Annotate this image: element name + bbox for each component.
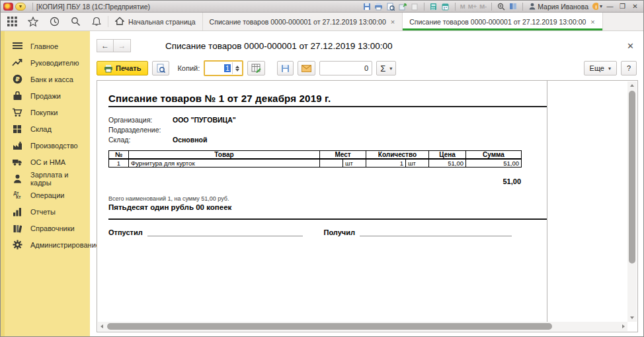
divider	[455, 3, 456, 11]
back-button[interactable]: ←	[97, 39, 114, 52]
bottom-rule	[108, 218, 547, 220]
cell-qty-unit: шт	[406, 159, 429, 168]
user-name: Мария Иванова	[538, 3, 588, 11]
send-icon[interactable]	[397, 2, 408, 11]
form-close-icon[interactable]: ✕	[624, 41, 637, 51]
copies-spin-buttons[interactable]	[232, 62, 241, 74]
split-view-icon[interactable]	[508, 2, 518, 11]
tab-document-1[interactable]: Списание товаров 0000-000001 от 27.12.20…	[203, 13, 403, 30]
sidebar-item-manager[interactable]: Руководителю	[1, 54, 90, 71]
main-menu-button[interactable]: ▼	[15, 3, 26, 11]
print-preview-icon[interactable]	[385, 2, 396, 11]
sidebar-item-warehouse[interactable]: Склад	[1, 120, 90, 137]
sidebar-item-operations[interactable]: Дт Кт Операции	[1, 187, 90, 203]
sidebar-item-purchases[interactable]: Покупки	[1, 104, 90, 120]
horizontal-scrollbar-thumb[interactable]	[107, 323, 552, 330]
chevron-down-icon: ▾	[389, 66, 392, 72]
sections-panel: Главное Руководителю ₽ Банк и касса Прод…	[1, 31, 90, 336]
cell-price: 51,00	[429, 159, 466, 168]
email-button[interactable]	[298, 61, 315, 75]
cell-item: Фурнитура для курток	[129, 159, 320, 168]
services-menu-icon[interactable]	[6, 16, 18, 28]
copies-spinner[interactable]: 1	[204, 60, 243, 76]
divider	[32, 3, 33, 11]
info-icon[interactable]: i▾	[592, 2, 602, 11]
sidebar-item-catalogs[interactable]: Справочники	[1, 220, 90, 236]
scroll-down-icon[interactable]	[630, 316, 634, 319]
department-label: Подразделение:	[108, 126, 173, 134]
print-icon[interactable]	[374, 2, 384, 11]
sigma-icon: Σ	[380, 64, 385, 73]
spin-down-icon[interactable]	[235, 69, 239, 72]
notifications-icon[interactable]	[91, 16, 102, 28]
print-preview-area: Списание товаров № 1 от 27 декабря 2019 …	[97, 80, 638, 332]
col-places: Мест	[320, 151, 366, 160]
sidebar-item-production[interactable]: Производство	[1, 137, 90, 154]
document-page: Списание товаров № 1 от 27 декабря 2019 …	[97, 81, 627, 322]
col-quantity: Количество	[366, 151, 429, 160]
home-icon	[115, 17, 124, 27]
minimize-button[interactable]: —	[604, 2, 616, 11]
sidebar-item-payroll-hr[interactable]: Зарплата и кадры	[1, 170, 90, 187]
save-icon[interactable]	[362, 2, 372, 11]
form-header: ← → Списание товаров 0000-000001 от 27.1…	[90, 31, 643, 58]
vertical-scrollbar-thumb[interactable]	[629, 91, 635, 264]
zoom-icon[interactable]	[496, 2, 506, 11]
sidebar-item-reports[interactable]: Отчеты	[1, 203, 90, 220]
spin-up-icon[interactable]	[235, 66, 239, 68]
envelope-icon	[302, 65, 311, 72]
preview-button[interactable]	[152, 61, 169, 75]
sidebar-item-label: Банк и касса	[30, 75, 73, 83]
sidebar-item-fixed-assets[interactable]: ОС и НМА	[1, 154, 90, 170]
cell-sum: 51,00	[466, 159, 522, 168]
sigma-button[interactable]: Σ▾	[376, 61, 396, 75]
horizontal-scrollbar[interactable]	[98, 322, 627, 331]
goods-table-header-row: № Товар Мест Количество Цена Сумма	[109, 151, 522, 160]
app-window: ▼ [КОПИЯ] ПБУ 18 (1С:Предприятие) M M+ M…	[0, 0, 644, 337]
table-edit-icon	[251, 64, 261, 73]
document-fields: Организация:ООО "ПУГОВИЦА" Подразделение…	[108, 115, 627, 144]
more-button[interactable]: Еще▾	[584, 61, 617, 75]
window-title: [КОПИЯ] ПБУ 18 (1С:Предприятие)	[36, 3, 150, 11]
search-icon[interactable]	[69, 16, 81, 28]
more-button-label: Еще	[590, 64, 604, 72]
help-button[interactable]: ?	[621, 61, 637, 75]
restore-button[interactable]: ❐	[617, 2, 628, 11]
calculator-icon[interactable]	[428, 2, 439, 11]
sidebar-item-bank-cash[interactable]: ₽ Банк и касса	[1, 71, 90, 87]
tab-document-2-active[interactable]: Списание товаров 0000-000001 от 27.12.20…	[403, 13, 603, 30]
tab-home[interactable]: Начальная страница	[108, 13, 203, 30]
vertical-scrollbar[interactable]	[627, 81, 637, 322]
sidebar-item-sales[interactable]: Продажи	[1, 87, 90, 104]
sidebar-item-main[interactable]: Главное	[1, 38, 90, 54]
sidebar-item-label: Склад	[30, 125, 52, 133]
history-icon[interactable]	[48, 16, 60, 28]
close-button[interactable]: ✕	[629, 2, 641, 11]
forward-button[interactable]: →	[114, 39, 131, 52]
print-button[interactable]: Печать	[97, 61, 148, 75]
floppy-icon	[281, 64, 290, 73]
amount-in-words: Пятьдесят один рубль 00 копеек	[108, 203, 627, 211]
current-user[interactable]: Мария Иванова	[529, 3, 588, 11]
tab-close-icon[interactable]: ×	[390, 18, 395, 26]
menu-lines-icon	[12, 41, 22, 52]
scroll-right-icon[interactable]	[622, 324, 625, 328]
scroll-up-icon[interactable]	[630, 84, 634, 87]
sidebar-item-label: Операции	[30, 191, 64, 199]
sum-field[interactable]: 0	[319, 61, 372, 75]
divider	[491, 3, 492, 11]
save-button[interactable]	[277, 61, 294, 75]
svg-text:i: i	[595, 4, 596, 10]
copies-input[interactable]: 1	[206, 62, 232, 74]
table-settings-button[interactable]	[247, 61, 265, 75]
calendar-icon[interactable]	[440, 2, 451, 11]
favorites-icon[interactable]	[27, 16, 39, 28]
warehouse-value: Основной	[173, 136, 207, 144]
books-icon	[12, 223, 22, 234]
cell-places-unit: шт	[343, 159, 366, 168]
copies-label: Копий:	[177, 64, 200, 72]
signature-line	[360, 228, 512, 236]
sidebar-item-administration[interactable]: Администрирование	[1, 236, 90, 253]
scroll-left-icon[interactable]	[101, 324, 103, 328]
tab-close-icon[interactable]: ×	[590, 18, 595, 26]
